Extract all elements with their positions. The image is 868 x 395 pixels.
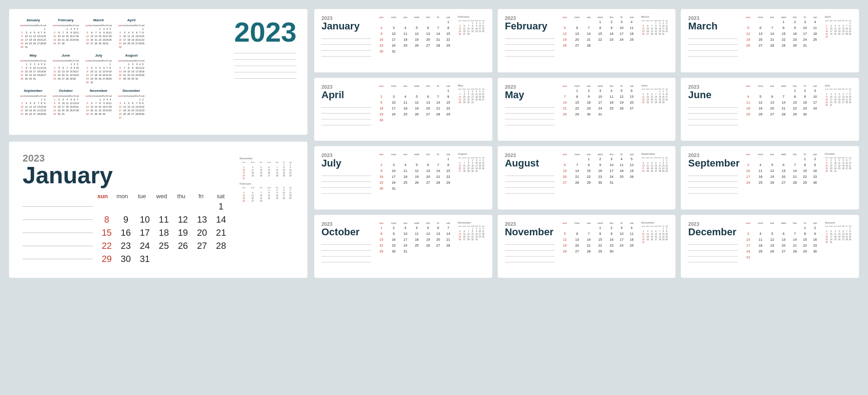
- month-card-left: 2023 January: [321, 15, 371, 66]
- month-card-side-mini: Junesunmontuewedthufrisat123456789101112…: [641, 84, 668, 135]
- jan-day-cell: 31: [135, 254, 154, 264]
- jan-side-mini-feb: Februarysunmontuewedthufrisat12345678910…: [240, 182, 294, 202]
- jan-week-4: 22232425262728: [23, 241, 231, 251]
- jan-day-cell: 19: [174, 228, 193, 238]
- jan-header-fri: fri: [191, 193, 211, 200]
- jan-note-line: [23, 246, 93, 246]
- jan-day-cell: [174, 254, 193, 264]
- jan-day-cell: [154, 254, 173, 264]
- month-card-side-mini: Julysunmontuewedthufrisat123456789101112…: [825, 84, 852, 135]
- jan-day-cell: 24: [135, 241, 154, 251]
- mini-month-apr: Aprilsunmontuewedthufrisat 1234567891011…: [118, 18, 144, 49]
- jan-header-thu: thu: [171, 193, 191, 200]
- jan-header-sat: sat: [211, 193, 231, 200]
- jan-header-mon: mon: [113, 193, 132, 200]
- month-card-left: 2023 July: [321, 152, 371, 203]
- month-card-left: 2023 February: [505, 15, 555, 66]
- mini-month-feb: Februarysunmontuewedthufrisat 1234567891…: [52, 18, 79, 49]
- month-card-calendar: sunmontuewedthufrisat1234567891011121314…: [559, 84, 637, 135]
- month-card-dec: 2023 December sunmontuewedthufrisat12345…: [681, 215, 859, 278]
- mini-month-mar: Marchsunmontuewedthufrisat 1234567891011…: [85, 18, 112, 49]
- jan-week-2: 891011121314: [23, 214, 231, 225]
- mini-month-may: Maysunmontuewedthufrisat 123456789101112…: [20, 53, 46, 84]
- month-card-side-mini: Novembersunmontuewedthufrisat12345678910…: [458, 221, 485, 272]
- mini-month-dec: Decembersunmontuewedthufrisat 1234567891…: [118, 89, 144, 119]
- month-card-left: 2023 August: [505, 152, 555, 203]
- jan-week-1: 1: [23, 201, 231, 212]
- months-grid: Januarysunmontuewedthufrisat 12345678910…: [20, 18, 145, 119]
- mini-month-jun: Junesunmontuewedthufrisat 12345678910111…: [52, 53, 79, 84]
- page-container: Januarysunmontuewedthufrisat 12345678910…: [9, 9, 859, 278]
- mini-month-sep: Septembersunmontuewedthufrisat 123456789…: [20, 89, 46, 119]
- month-card-calendar: sunmontuewedthufrisat1234567891011121314…: [559, 152, 637, 203]
- month-card-side-mini: Marchsunmontuewedthufrisat12345678910111…: [641, 15, 668, 66]
- jan-day-cell: 11: [154, 214, 173, 225]
- month-card-left: 2023 June: [688, 84, 738, 135]
- jan-day-cell: 18: [154, 228, 173, 238]
- month-card-calendar: sunmontuewedthufrisat1234567891011121314…: [376, 152, 453, 203]
- january-detail-card: 2023 January sun mon tue wed thu fri sat…: [9, 142, 307, 278]
- month-card-side-mini: Maysunmontuewedthufrisat1234567891011121…: [458, 84, 485, 135]
- month-card-nov: 2023 November sunmontuewedthufrisat12345…: [498, 215, 676, 278]
- month-card-calendar: sunmontuewedthufrisat1234567891011121314…: [742, 15, 820, 66]
- jan-day-cell: [154, 201, 173, 212]
- month-card-calendar: sunmontuewedthufrisat1234567891011121314…: [559, 15, 637, 66]
- jan-day-cell: [193, 254, 212, 264]
- mini-month-aug: Augustsunmontuewedthufrisat 123456789101…: [118, 53, 144, 84]
- month-card-left: 2023 December: [688, 221, 738, 272]
- jan-day-cell: 21: [212, 228, 231, 238]
- month-card-left: 2023 September: [688, 152, 738, 203]
- month-card-left: 2023 April: [321, 84, 371, 135]
- jan-note-line: [23, 259, 93, 259]
- full-year-card: Januarysunmontuewedthufrisat 12345678910…: [9, 9, 307, 135]
- month-card-left: 2023 October: [321, 221, 371, 272]
- jan-day-cell: 22: [97, 241, 116, 251]
- month-card-aug: 2023 August sunmontuewedthufrisat1234567…: [498, 146, 676, 209]
- mini-month-oct: Octobersunmontuewedthufrisat123456789101…: [52, 89, 79, 119]
- jan-header-tue: tue: [132, 193, 152, 200]
- month-card-jan: 2023 January sunmontuewedthufrisat123456…: [314, 9, 492, 72]
- jan-day-cell: 17: [135, 228, 154, 238]
- jan-day-cell: 28: [212, 241, 231, 251]
- jan-day-cell: [212, 254, 231, 264]
- jan-day-cell: 26: [174, 241, 193, 251]
- jan-day-cell: 9: [116, 214, 135, 225]
- month-card-calendar: sunmontuewedthufrisat1234567891011121314…: [376, 84, 453, 135]
- month-card-left: 2023 March: [688, 15, 738, 66]
- jan-day-cell: 8: [97, 214, 116, 225]
- jan-day-cell: 12: [174, 214, 193, 225]
- year-display: 2023: [225, 18, 297, 80]
- jan-day-cell: 27: [193, 241, 212, 251]
- mini-month-jul: Julysunmontuewedthufrisat 12345678910111…: [85, 53, 112, 84]
- right-monthly-grid: 2023 January sunmontuewedthufrisat123456…: [314, 9, 859, 278]
- jan-day-cell: [174, 201, 193, 212]
- jan-day-cell: 29: [97, 254, 116, 264]
- month-card-jul: 2023 July sunmontuewedthufrisat123456789…: [314, 146, 492, 209]
- jan-week-5: 293031: [23, 254, 231, 264]
- month-card-side-mini: Aprilsunmontuewedthufrisat12345678910111…: [825, 15, 852, 66]
- month-card-sep: 2023 September sunmontuewedthufrisat1234…: [681, 146, 859, 209]
- jan-note-line: [23, 233, 93, 233]
- mini-month-nov: Novembersunmontuewedthufrisat 1234567891…: [85, 89, 112, 119]
- month-card-calendar: sunmontuewedthufrisat1234567891011121314…: [742, 221, 820, 272]
- jan-day-cell: 13: [193, 214, 212, 225]
- month-card-side-mini: Septembersunmontuewedthufrisat1234567891…: [641, 152, 668, 203]
- month-card-side-mini: Decembersunmontuewedthufrisat12345678910…: [641, 221, 668, 272]
- jan-note-line: [23, 206, 93, 207]
- jan-day-cell: [116, 201, 135, 212]
- jan-day-cell: 23: [116, 241, 135, 251]
- month-card-side-mini: Januarysunmontuewedthufrisat123456789101…: [825, 221, 852, 272]
- jan-day-cell: [193, 201, 212, 212]
- jan-header-sun: sun: [93, 193, 113, 200]
- month-card-side-mini: Februarysunmontuewedthufrisat12345678910…: [458, 15, 485, 66]
- jan-side-mini-dec: Decembersunmontuewedthufrisat12345678910…: [240, 157, 294, 180]
- jan-day-cell: 20: [193, 228, 212, 238]
- jan-day-cell: [135, 201, 154, 212]
- jan-day-cell: 1: [212, 201, 231, 212]
- jan-day-cell: 30: [116, 254, 135, 264]
- jan-day-cell: 25: [154, 241, 173, 251]
- month-card-calendar: sunmontuewedthufrisat1234567891011121314…: [376, 221, 453, 272]
- mini-month-jan: Januarysunmontuewedthufrisat 12345678910…: [20, 18, 46, 49]
- month-card-apr: 2023 April sunmontuewedthufrisat12345678…: [314, 78, 492, 141]
- month-card-calendar: sunmontuewedthufrisat1234567891011121314…: [742, 84, 820, 135]
